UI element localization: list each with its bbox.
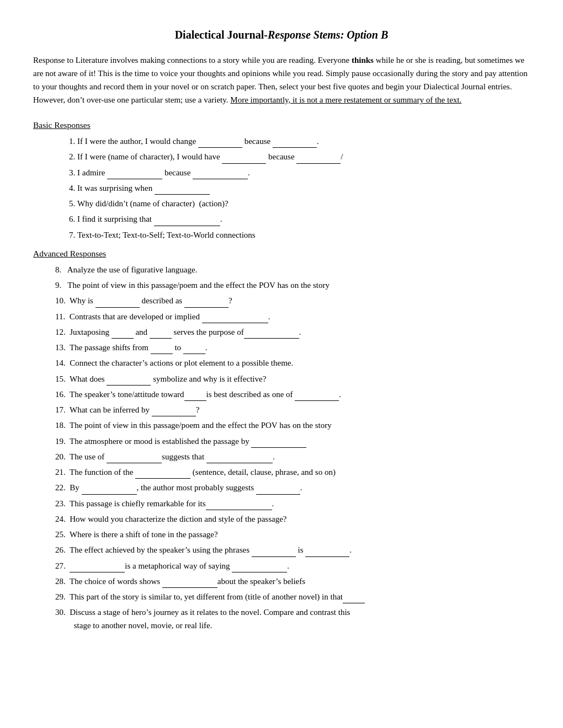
list-item: 8. Analyze the use of figurative languag… (55, 264, 530, 276)
advanced-responses-heading: Advanced Responses (33, 247, 530, 260)
list-item: I find it surprising that . (77, 213, 530, 226)
list-item: 9. The point of view in this passage/poe… (55, 279, 530, 292)
advanced-responses-list: 8. Analyze the use of figurative languag… (55, 264, 530, 632)
list-item: 29. This part of the story is similar to… (55, 591, 530, 603)
list-item: 13. The passage shifts from to . (55, 341, 530, 354)
list-item: 27. is a metaphorical way of saying . (55, 560, 530, 572)
list-item: 21. The function of the (sentence, detai… (55, 466, 530, 479)
list-item: 18. The point of view in this passage/po… (55, 419, 530, 432)
list-item: I admire because . (77, 167, 530, 179)
basic-responses-list: If I were the author, I would change bec… (77, 135, 530, 242)
list-item: 17. What can be inferred by ? (55, 404, 530, 416)
intro-paragraph: Response to Literature involves making c… (33, 53, 530, 106)
list-item: If I were (name of character), I would h… (77, 151, 530, 163)
list-item: 12. Juxtaposing and serves the purpose o… (55, 326, 530, 339)
list-item: 20. The use of suggests that . (55, 451, 530, 463)
list-item: 22. By , the author most probably sugges… (55, 481, 530, 494)
list-item: 19. The atmosphere or mood is establishe… (55, 435, 530, 448)
basic-responses-heading: Basic Responses (33, 119, 530, 132)
list-item: 15. What does symbolize and why is it ef… (55, 373, 530, 386)
list-item: 16. The speaker’s tone/attitude towardis… (55, 388, 530, 401)
list-item: 24. How would you characterize the dicti… (55, 513, 530, 526)
list-item: 23. This passage is chiefly remarkable f… (55, 497, 530, 510)
list-item: 25. Where is there a shift of tone in th… (55, 528, 530, 541)
list-item: Why did/didn’t (name of character) (acti… (77, 197, 530, 210)
list-item: 30. Discuss a stage of hero’s journey as… (55, 606, 530, 632)
list-item: 26. The effect achieved by the speaker’s… (55, 544, 530, 556)
list-item: If I were the author, I would change bec… (77, 135, 530, 148)
list-item: 28. The choice of words shows about the … (55, 575, 530, 588)
list-item: It was surprising when (77, 182, 530, 195)
list-item: 11. Contrasts that are developed or impl… (55, 311, 530, 323)
list-item: 14. Connect the character’s actions or p… (55, 357, 530, 370)
list-item: 10. Why is described as ? (55, 295, 530, 307)
list-item: Text-to-Text; Text-to-Self; Text-to-Worl… (77, 229, 530, 242)
page-title: Dialectical Journal-Response Stems: Opti… (33, 26, 530, 44)
